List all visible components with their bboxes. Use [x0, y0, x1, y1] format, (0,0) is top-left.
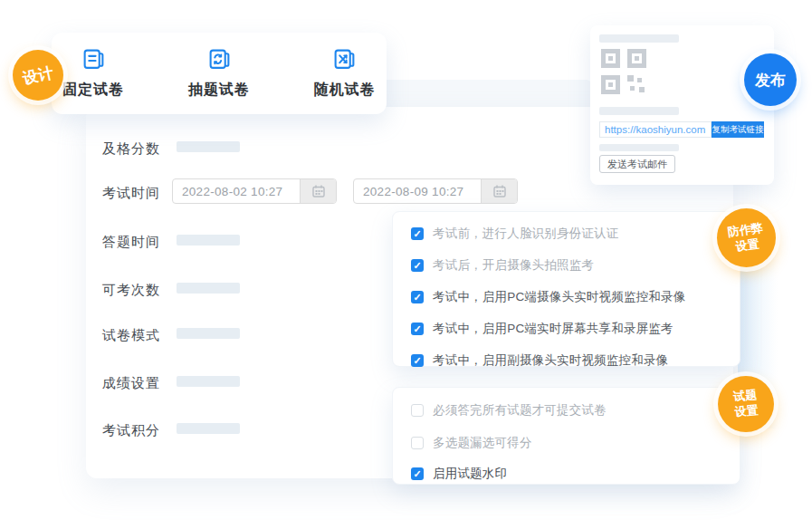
field-label-paper-mode: 试卷模式	[102, 327, 160, 344]
badge-label: 试题 设置	[733, 388, 759, 420]
checkbox-unchecked-icon[interactable]	[411, 437, 424, 449]
score-settings-placeholder[interactable]	[177, 376, 240, 387]
start-date-value: 2022-08-02 10:27	[173, 179, 300, 203]
anti-cheat-panel: 考试前，进行人脸识别身份证认证 考试后，开启摄像头拍照监考 考试中，启用PC端摄…	[392, 211, 740, 367]
badge-label: 发布	[755, 70, 786, 91]
tab-random-paper[interactable]: 随机试卷	[302, 47, 387, 100]
option-label: 考试中，启用PC端摄像头实时视频监控和录像	[433, 289, 685, 305]
field-label-score-settings: 成绩设置	[102, 375, 160, 392]
paper-mode-placeholder[interactable]	[177, 328, 240, 339]
checkbox-checked-icon[interactable]	[411, 323, 424, 335]
checkbox-checked-icon[interactable]	[411, 467, 424, 480]
end-date-value: 2022-08-09 10:27	[354, 179, 481, 203]
anti-cheat-option[interactable]: 考试前，进行人脸识别身份证认证	[411, 224, 619, 244]
tab-label: 固定试卷	[62, 81, 124, 100]
tab-fixed-paper[interactable]: 固定试卷	[52, 47, 136, 100]
question-option[interactable]: 启用试题水印	[411, 464, 507, 484]
random-paper-icon	[332, 47, 357, 75]
checkbox-checked-icon[interactable]	[411, 259, 424, 272]
tab-draw-paper[interactable]: 抽题试卷	[177, 47, 262, 100]
exam-link-row: https://kaoshiyun.com 复制考试链接	[599, 121, 764, 138]
field-label-exam-points: 考试积分	[102, 422, 160, 439]
checkbox-checked-icon[interactable]	[411, 291, 424, 303]
anti-cheat-option[interactable]: 考试后，开启摄像头拍照监考	[411, 255, 594, 275]
question-option[interactable]: 多选题漏选可得分	[411, 433, 532, 453]
option-label: 考试后，开启摄像头拍照监考	[433, 257, 594, 274]
field-label-exam-time: 考试时间	[102, 185, 160, 202]
publish-share-card: https://kaoshiyun.com 复制考试链接 发送考试邮件	[590, 25, 774, 185]
calendar-icon[interactable]	[481, 179, 517, 203]
paper-type-tabs: 固定试卷 抽题试卷	[52, 33, 387, 114]
answer-time-placeholder[interactable]	[177, 235, 240, 246]
option-label: 多选题漏选可得分	[433, 435, 532, 451]
draw-paper-icon	[207, 47, 232, 75]
exam-settings-page: 及格分数 考试时间 2022-08-02 10:27 2022-08-09 10…	[0, 0, 812, 520]
tab-label: 随机试卷	[314, 81, 376, 100]
field-label-pass-score: 及格分数	[102, 140, 160, 158]
anti-cheat-option[interactable]: 考试中，启用PC端实时屏幕共享和录屏监考	[411, 319, 673, 339]
qr-code-icon	[599, 47, 648, 96]
share-title-placeholder	[599, 34, 679, 43]
exam-link-url: https://kaoshiyun.com	[605, 124, 705, 135]
exam-end-datetime-input[interactable]: 2022-08-09 10:27	[353, 178, 518, 204]
design-stage-badge: 设计	[13, 50, 63, 101]
badge-line: 设置	[735, 236, 760, 253]
copy-exam-link-button[interactable]: 复制考试链接	[712, 121, 764, 138]
badge-label: 防作弊 设置	[727, 220, 766, 255]
checkbox-checked-icon[interactable]	[411, 227, 424, 240]
option-label: 启用试题水印	[433, 466, 507, 482]
exam-link-input[interactable]: https://kaoshiyun.com	[599, 121, 712, 138]
question-settings-panel: 必须答完所有试题才可提交试卷 多选题漏选可得分 启用试题水印	[392, 387, 740, 485]
pass-score-placeholder[interactable]	[177, 141, 240, 152]
attempts-placeholder[interactable]	[177, 283, 240, 294]
link-title-placeholder	[599, 107, 679, 115]
tab-label: 抽题试卷	[188, 81, 250, 100]
exam-points-placeholder[interactable]	[177, 423, 240, 434]
calendar-icon[interactable]	[300, 179, 336, 203]
badge-line: 试题	[733, 388, 758, 403]
option-label: 必须答完所有试题才可提交试卷	[433, 402, 607, 419]
publish-stage-badge: 发布	[744, 53, 797, 106]
fixed-paper-icon	[81, 47, 106, 75]
email-title-placeholder	[599, 144, 679, 151]
anti-cheat-settings-badge: 防作弊 设置	[717, 208, 776, 267]
field-label-attempts: 可考次数	[102, 282, 160, 299]
question-option[interactable]: 必须答完所有试题才可提交试卷	[411, 400, 607, 420]
anti-cheat-option[interactable]: 考试中，启用副摄像头实时视频监控和录像	[411, 351, 668, 371]
option-label: 考试中，启用副摄像头实时视频监控和录像	[433, 352, 668, 369]
option-label: 考试前，进行人脸识别身份证认证	[433, 226, 619, 242]
checkbox-unchecked-icon[interactable]	[411, 404, 424, 417]
checkbox-checked-icon[interactable]	[411, 354, 424, 367]
option-label: 考试中，启用PC端实时屏幕共享和录屏监考	[433, 321, 673, 337]
badge-label: 设计	[21, 62, 55, 89]
send-exam-email-button[interactable]: 发送考试邮件	[599, 155, 675, 173]
anti-cheat-option[interactable]: 考试中，启用PC端摄像头实时视频监控和录像	[411, 287, 685, 307]
exam-start-datetime-input[interactable]: 2022-08-02 10:27	[172, 178, 337, 204]
question-settings-badge: 试题 设置	[718, 376, 774, 432]
badge-line: 设置	[734, 403, 759, 419]
badge-line: 防作弊	[727, 220, 764, 238]
field-label-answer-time: 答题时间	[102, 234, 160, 251]
